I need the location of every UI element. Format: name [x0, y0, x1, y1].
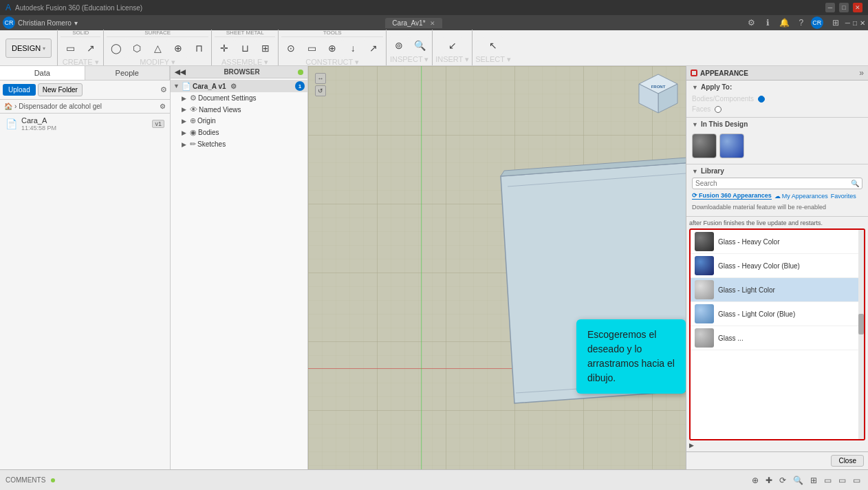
minimize-button[interactable]: ─: [825, 3, 835, 12]
browser-item-doc-settings[interactable]: ▶ ⚙ Document Settings: [171, 92, 307, 104]
menu-minimize[interactable]: ─: [845, 19, 850, 27]
view-pan-btn[interactable]: ↔: [315, 73, 326, 84]
root-label: Cara_A v1: [193, 83, 226, 90]
design-dropdown[interactable]: DESIGN: [6, 39, 52, 58]
sheet-tool-1[interactable]: ✛: [215, 39, 234, 58]
menu-maximize[interactable]: □: [853, 19, 857, 27]
upload-button[interactable]: Upload: [3, 84, 36, 96]
sheet-tool-2[interactable]: ⊔: [235, 39, 254, 58]
browser-item-named-views[interactable]: ▶ 👁 Named Views: [171, 104, 307, 115]
bottom-icon-0[interactable]: ⊕: [750, 474, 761, 487]
viewport[interactable]: ↔ ↺ FRONT Escogeremos el deseado y lo ar…: [308, 66, 686, 469]
file-item[interactable]: 📄 Cara_A 11:45:58 PM v1: [0, 114, 170, 134]
bottom-icons: ⊕ ✚ ⟳ 🔍 ⊞ ▭ ▭ ▭: [750, 474, 862, 487]
main-area: Data People Upload New Folder ⚙ 🏠 › Disp…: [0, 66, 868, 469]
tab-data[interactable]: Data: [0, 66, 85, 80]
info-icon[interactable]: ℹ: [761, 16, 775, 30]
browser-item-origin[interactable]: ▶ ⊕ Origin: [171, 115, 307, 127]
bottom-icon-4[interactable]: ⊞: [808, 474, 819, 487]
tools-tool-3[interactable]: ⊕: [323, 39, 342, 58]
named-views-icon: 👁: [190, 105, 197, 114]
browser-item-sketches[interactable]: ▶ ✏ Sketches: [171, 138, 307, 150]
tab-people[interactable]: People: [85, 66, 171, 80]
menu-close[interactable]: ✕: [860, 19, 865, 27]
design-thumb-dark[interactable]: [692, 134, 717, 158]
doc-tab[interactable]: Cara_Av1* ✕: [385, 18, 442, 28]
file-icon: 📄: [6, 118, 17, 129]
surface-tool-3[interactable]: △: [148, 39, 167, 58]
user-dropdown-icon[interactable]: ▾: [74, 19, 78, 27]
insert-tool-1[interactable]: ↙: [443, 36, 462, 55]
bell-icon[interactable]: 🔔: [778, 16, 792, 30]
bottom-bar: COMMENTS ⊕ ✚ ⟳ 🔍 ⊞ ▭ ▭ ▭: [0, 469, 868, 490]
view-orbit-btn[interactable]: ↺: [315, 85, 326, 96]
material-item-1[interactable]: Glass - Heavy Color (Blue): [691, 254, 864, 278]
mat-thumb-2: [695, 280, 714, 299]
tools-tool-4[interactable]: ↓: [343, 39, 362, 58]
library-title[interactable]: ▼ Library: [692, 167, 862, 175]
apply-faces-radio[interactable]: [715, 106, 721, 113]
bottom-icon-6[interactable]: ▭: [836, 474, 848, 487]
bottom-icon-2[interactable]: ⟳: [777, 474, 788, 487]
solid-tool-1[interactable]: ▭: [61, 39, 80, 58]
surface-tool-4[interactable]: ⊕: [169, 39, 188, 58]
new-folder-button[interactable]: New Folder: [38, 83, 83, 96]
home-icon[interactable]: 🏠: [4, 103, 12, 110]
lib-tab-fusion[interactable]: ⟳ Fusion 360 Appearances: [692, 192, 772, 200]
tools-icons: ⊙ ▭ ⊕ ↓ ↗: [281, 39, 383, 58]
in-this-design-title[interactable]: ▼ In This Design: [692, 120, 862, 128]
panel-collapse-icon[interactable]: »: [859, 68, 864, 78]
tools-tool-2[interactable]: ▭: [302, 39, 321, 58]
solid-tool-2[interactable]: ↗: [81, 39, 100, 58]
library-search-box[interactable]: 🔍: [692, 178, 862, 189]
doc-tab-close-icon[interactable]: ✕: [430, 20, 435, 27]
material-item-2[interactable]: Glass - Light Color: [691, 278, 864, 302]
sidebar-settings-icon[interactable]: ⚙: [160, 85, 167, 94]
breadcrumb-settings-icon[interactable]: ⚙: [160, 103, 166, 110]
maximize-button[interactable]: □: [839, 3, 849, 12]
lib-tab-my[interactable]: ☁ My Appearances: [774, 192, 828, 200]
inspect-tool-1[interactable]: ⊚: [389, 36, 409, 55]
surface-tool-1[interactable]: ◯: [107, 39, 126, 58]
inspect-tool-2[interactable]: 🔍: [410, 36, 429, 55]
user-info[interactable]: CR Christian Romero ▾: [3, 17, 78, 29]
cube-navigator[interactable]: FRONT: [638, 73, 679, 114]
material-item-0[interactable]: Glass - Heavy Color: [691, 230, 864, 254]
material-item-3[interactable]: Glass - Light Color (Blue): [691, 302, 864, 326]
browser-collapse-left[interactable]: ◀◀: [175, 68, 186, 76]
bottom-icon-1[interactable]: ✚: [763, 474, 774, 487]
sheet-tool-3[interactable]: ⊞: [256, 39, 275, 58]
lib-tab-favorites-label: Favorites: [831, 193, 856, 200]
expand-icon[interactable]: ▶: [689, 442, 694, 449]
apply-to-title[interactable]: ▼ Apply To:: [692, 83, 862, 91]
scrollbar-thumb[interactable]: [858, 314, 864, 334]
lib-tab-favorites[interactable]: Favorites: [831, 192, 856, 200]
bottom-icon-3[interactable]: 🔍: [791, 474, 805, 487]
select-tool-1[interactable]: ↖: [484, 36, 503, 55]
tools-tool-1[interactable]: ⊙: [281, 39, 301, 58]
sketches-label: Sketches: [197, 140, 226, 148]
tools-tool-5[interactable]: ↗: [364, 39, 383, 58]
apply-bodies-label: Bodies/Components: [692, 95, 754, 103]
breadcrumb-folder[interactable]: Dispensador de alcohol gel: [19, 103, 102, 110]
close-button[interactable]: Close: [831, 455, 864, 467]
surface-tool-5[interactable]: ⊓: [189, 39, 208, 58]
browser-item-bodies[interactable]: ▶ ◉ Bodies: [171, 127, 307, 138]
bottom-icon-5[interactable]: ▭: [822, 474, 834, 487]
help-icon[interactable]: ?: [794, 16, 808, 30]
apply-bodies-radio[interactable]: [758, 96, 765, 103]
surface-section: SURFACE ◯ ⬡ △ ⊕ ⊓ MODIFY ▾: [104, 30, 212, 65]
bottom-icon-7[interactable]: ▭: [851, 474, 862, 487]
library-search-input[interactable]: [695, 180, 851, 187]
window-controls[interactable]: ─ □ ✕: [825, 3, 862, 12]
close-button[interactable]: ✕: [853, 3, 862, 12]
user-icon[interactable]: CR: [811, 17, 823, 29]
material-item-4[interactable]: Glass ...: [691, 326, 864, 350]
browser-root-item[interactable]: ▼ 📄 Cara_A v1 ⚙ 1: [171, 80, 307, 92]
root-settings-icon[interactable]: ⚙: [230, 83, 237, 90]
surface-tool-2[interactable]: ⬡: [127, 39, 147, 58]
root-icon: 📄: [182, 82, 191, 91]
app-menu-icon[interactable]: ⊞: [829, 16, 843, 30]
design-thumb-blue[interactable]: [719, 134, 744, 158]
settings-icon[interactable]: ⚙: [745, 16, 759, 30]
